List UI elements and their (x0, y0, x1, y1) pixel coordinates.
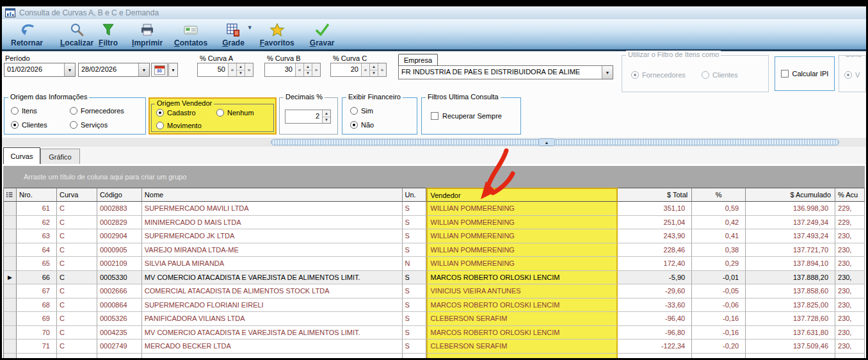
radio-movimento[interactable]: Movimento (156, 122, 202, 129)
up-arrow-icon[interactable]: ▲ (304, 63, 312, 70)
fast-increment-button[interactable]: » (378, 63, 386, 76)
curva-c-spinner[interactable]: 20 « ▲▼ » (330, 63, 387, 77)
fast-decrement-button[interactable]: « (228, 63, 236, 76)
radio-servicos[interactable]: Serviços (70, 121, 108, 129)
radio-itens[interactable]: Itens (11, 107, 37, 115)
curva-b-spinner[interactable]: 30 « ▲▼ » (264, 63, 321, 77)
row-indicator-header[interactable] (4, 188, 17, 202)
radio-nao[interactable]: Não (350, 121, 374, 129)
panel-splitter[interactable] (271, 139, 839, 145)
fast-increment-button[interactable]: » (312, 63, 320, 76)
filtro-button[interactable]: Filtro (99, 22, 118, 47)
table-row[interactable]: 67 C 0002666 COMERCIAL ATACADISTA DE ALI… (4, 284, 865, 299)
radio-nenhum[interactable]: Nenhum (216, 109, 254, 117)
up-arrow-icon[interactable]: ▲ (323, 110, 330, 117)
row-indicator[interactable] (4, 229, 17, 243)
cell-total: -33,60 (618, 299, 692, 313)
decimais-spinner[interactable]: 2 ▲▼ (285, 110, 331, 124)
table-row[interactable]: 69 C 0005326 PANIFICADORA VILIANS LTDA S… (4, 312, 865, 326)
column-header-nro[interactable]: Nro. (17, 188, 57, 202)
table-row[interactable]: 65 C 0002109 SILVIA PAULA MIRANDA N WILL… (4, 257, 865, 271)
group-by-bar[interactable]: Arraste um título de coluna aqui para cr… (3, 166, 865, 188)
column-header-codigo[interactable]: Código (97, 188, 142, 202)
periodo-from-combo[interactable]: 01/02/2026 ▼ (4, 63, 76, 77)
grade-button[interactable]: Grade (222, 22, 245, 47)
cell-acumulado: 137.631,80 (746, 326, 835, 340)
column-header-nome[interactable]: Nome (142, 188, 403, 202)
chevron-down-icon[interactable]: ▼ (64, 63, 75, 76)
tab-strip: Curvas Gráfico (2, 147, 866, 164)
up-arrow-icon[interactable]: ▲ (237, 63, 245, 70)
decimais-updown[interactable]: ▲▼ (322, 110, 330, 123)
collapse-panel-button[interactable]: ▲ (538, 138, 555, 146)
fast-decrement-button[interactable]: « (295, 63, 303, 76)
calendar-dropdown-button[interactable]: ▼ (168, 63, 178, 77)
tab-curvas[interactable]: Curvas (3, 147, 40, 164)
retornar-button[interactable]: Retornar (11, 22, 43, 47)
curva-b-updown[interactable]: ▲▼ (303, 63, 312, 76)
localizar-button[interactable]: Localizar (60, 22, 93, 47)
row-indicator[interactable] (4, 340, 17, 354)
table-row[interactable]: 63 C 0002904 SUPERMERCADO JK LTDA S WILL… (4, 229, 865, 243)
up-arrow-icon[interactable]: ▲ (370, 63, 378, 70)
radio-fornecedores-filtro[interactable]: Fornecedores (631, 71, 686, 79)
empresa-combo[interactable]: FR INDUSTRIA DE PAES E DISTRIBUIDORA DE … (398, 65, 613, 79)
row-indicator[interactable] (4, 243, 17, 258)
table-row[interactable]: 70 C 0004235 MV COMERCIO ATACADISTA E VA… (4, 326, 865, 340)
table-row[interactable]: 61 C 0002883 SUPERMERCADO MAVILI LTDA S … (4, 202, 865, 216)
column-header-pct-acu[interactable]: % Acu (835, 188, 865, 202)
row-indicator[interactable] (4, 257, 17, 271)
down-arrow-icon[interactable]: ▼ (304, 70, 312, 77)
down-arrow-icon[interactable]: ▼ (237, 70, 245, 77)
grade-dropdown-arrow[interactable]: ▼ (247, 24, 253, 31)
tab-grafico[interactable]: Gráfico (40, 149, 80, 164)
cell-curva: C (57, 326, 97, 340)
radio-sim[interactable]: Sim (350, 107, 373, 115)
row-indicator[interactable]: ▶ (4, 271, 17, 285)
down-arrow-icon[interactable]: ▼ (323, 117, 330, 124)
recuperar-sempre-checkbox-row[interactable]: Recuperar Sempre (431, 112, 502, 120)
table-row[interactable]: 68 C 0000864 SUPERMERCADO FLORIANI EIREL… (4, 299, 865, 313)
radio-clientes[interactable]: Clientes (11, 121, 47, 129)
table-row[interactable]: 64 C 0000905 VAREJO MIRANDA LTDA-ME S WI… (4, 243, 865, 258)
column-header-pct[interactable]: % (692, 188, 746, 202)
column-header-un[interactable]: Un. (403, 188, 426, 202)
column-header-total[interactable]: $ Total (618, 188, 692, 202)
chevron-down-icon[interactable]: ▼ (138, 63, 149, 76)
table-row[interactable]: 71 C 0002749 MERCADO BECKER LTDA S CLEBE… (4, 340, 865, 354)
calcular-ipi-box[interactable]: Calcular IPI (775, 56, 835, 91)
calendar-button[interactable]: 30 (151, 63, 168, 77)
cell-vendedor: CLEBERSON SERAFIM (426, 340, 618, 354)
cell-codigo: 0000864 (97, 299, 142, 313)
column-header-acumulado[interactable]: $ Acumulado (746, 188, 835, 202)
radio-cadastro[interactable]: Cadastro (156, 109, 196, 117)
grade-label: Grade (222, 38, 245, 47)
row-indicator[interactable] (4, 202, 17, 216)
row-indicator[interactable] (4, 299, 17, 313)
periodo-to-combo[interactable]: 28/02/2026 ▼ (78, 63, 150, 77)
column-header-curva[interactable]: Curva (57, 188, 97, 202)
table-row[interactable]: 62 C 0002829 MINIMERCADO D MAIS LTDA S W… (4, 216, 865, 230)
row-indicator[interactable] (4, 284, 17, 299)
chevron-down-icon[interactable]: ▼ (602, 66, 613, 79)
favoritos-button[interactable]: Favoritos (260, 22, 294, 47)
contatos-button[interactable]: Contatos (174, 22, 207, 47)
curva-a-spinner[interactable]: 50 « ▲▼ » (197, 63, 253, 77)
fast-decrement-button[interactable]: « (361, 63, 369, 76)
calcular-ipi-checkbox[interactable] (781, 70, 789, 78)
gravar-button[interactable]: Gravar (310, 22, 335, 47)
row-indicator[interactable] (4, 216, 17, 230)
column-header-vendedor[interactable]: Vendedor (426, 188, 618, 202)
fast-increment-button[interactable]: » (245, 63, 253, 76)
radio-consulta-v[interactable]: V (844, 71, 860, 79)
curva-a-updown[interactable]: ▲▼ (236, 63, 245, 76)
table-row[interactable]: ▶ 66 C 0005330 MV COMERCIO ATACADISTA E … (4, 271, 865, 285)
radio-fornecedores[interactable]: Fornecedores (70, 107, 124, 115)
recuperar-sempre-checkbox[interactable] (431, 112, 438, 120)
row-indicator[interactable] (4, 326, 17, 340)
row-indicator[interactable] (4, 312, 17, 326)
down-arrow-icon[interactable]: ▼ (370, 70, 378, 77)
imprimir-button[interactable]: Imprimir (132, 22, 163, 47)
radio-clientes-filtro[interactable]: Clientes (702, 71, 738, 79)
curva-c-updown[interactable]: ▲▼ (369, 63, 378, 76)
